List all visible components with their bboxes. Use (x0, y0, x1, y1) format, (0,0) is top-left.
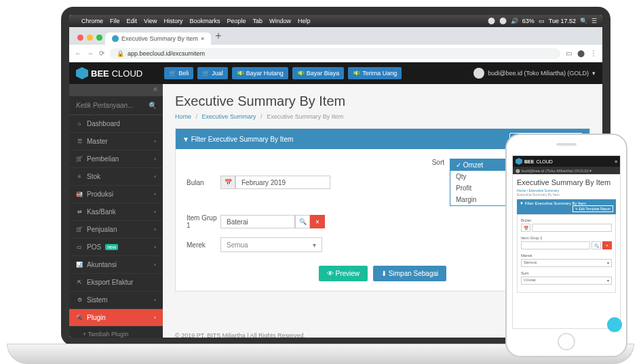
brand-text-1: BEE (91, 68, 109, 79)
mobile-edit-template-button[interactable]: ✎ Edit Template Report (572, 205, 613, 212)
money-icon: 💵 (297, 70, 305, 77)
url-text: app.beecloud.id/excsumitem (128, 50, 205, 57)
sidebar-item-label: POS (87, 243, 101, 251)
menu-icon: ≡ (76, 174, 83, 180)
extension-icon[interactable]: ▭ (566, 49, 572, 57)
sidebar-item-pembelian[interactable]: 🛒Pembelian‹ (69, 150, 163, 168)
sidebar-item-plugin[interactable]: 🔌Plugin‹ (69, 309, 163, 327)
menu-bookmarks[interactable]: Bookmarks (189, 18, 220, 24)
sidebar-item-sistem[interactable]: ⚙Sistem‹ (69, 291, 163, 309)
chevron-right-icon: ‹ (154, 191, 156, 197)
menu-chrome[interactable]: Chrome (81, 18, 103, 24)
search-placeholder: Ketik Pertanyaan... (76, 102, 134, 109)
quick-terima-uang-button[interactable]: 💵Terima Uang (348, 67, 402, 79)
label-item-grup: Item Grup 1 (187, 214, 220, 229)
menu-icon: ⚙ (76, 297, 83, 303)
sidebar-item-dashboard[interactable]: ⌂Dashboard (69, 115, 163, 133)
maximize-icon[interactable] (96, 35, 102, 41)
menu-icon: ⇄ (76, 209, 83, 215)
chat-fab-button[interactable] (607, 317, 621, 329)
quick-jual-button[interactable]: 🛒Jual (197, 67, 228, 79)
chevron-right-icon: ‹ (154, 262, 156, 268)
browser-tab[interactable]: Executive Summary By Item × (105, 33, 211, 45)
sidebar-item-label: Stok (87, 173, 100, 180)
sidebar-toggle[interactable]: ≡ (69, 84, 163, 96)
menu-icon: ⇱ (76, 279, 83, 285)
breadcrumb-exec-summary[interactable]: Executive Summary (202, 113, 256, 120)
menu-tab[interactable]: Tab (252, 18, 263, 24)
sidebar-item-akuntansi[interactable]: 📊Akuntansi‹ (69, 256, 163, 274)
menu-edit[interactable]: Edit (127, 18, 138, 24)
cart-icon: 🛒 (202, 70, 210, 77)
chevron-right-icon: ‹ (154, 297, 156, 303)
back-button[interactable]: ← (75, 49, 81, 57)
save-as-button[interactable]: ⬇ Simpan Sebagai (373, 266, 446, 281)
close-icon[interactable] (77, 35, 83, 41)
sidebar-item-label: Sistem (87, 296, 108, 304)
window-controls[interactable] (75, 35, 105, 45)
bulan-input[interactable]: February 2019 (235, 176, 330, 189)
sidebar-item-label: Produksi (87, 190, 113, 198)
sidebar-item-label: Kas/Bank (87, 208, 116, 216)
sidebar-item-produksi[interactable]: 🏭Produksi‹ (69, 186, 163, 203)
profile-icon[interactable]: ⬤ (577, 49, 585, 57)
mobile-user-bar[interactable]: ⬤ budi@bee.id (Toko Miliartha) (GOLD) ▾ (513, 167, 620, 174)
sidebar-item-stok[interactable]: ≡Stok‹ (69, 168, 163, 186)
preview-button[interactable]: 👁 Preview (319, 266, 368, 281)
menu-file[interactable]: File (110, 18, 120, 24)
menu-history[interactable]: History (163, 18, 182, 24)
menu-icon[interactable]: ☰ (591, 18, 597, 24)
calendar-icon[interactable]: 📅 (521, 224, 530, 232)
menu-dots-icon[interactable]: ⋮ (590, 49, 597, 57)
mobile-label-sort: Sort: (521, 271, 612, 275)
brand-logo[interactable]: BEECLOUD (76, 67, 142, 79)
quick-bayar-biaya-button[interactable]: 💵Bayar Biaya (292, 67, 345, 79)
mobile-merek-select[interactable]: Semua▾ (521, 259, 612, 267)
logo-icon (76, 67, 88, 79)
merek-select[interactable]: Semua ▾ (220, 237, 322, 252)
mobile-item-grup-input[interactable] (521, 241, 590, 249)
menu-people[interactable]: People (227, 18, 246, 24)
search-icon[interactable]: 🔍 (580, 18, 587, 24)
menu-icon: 🏭 (76, 191, 83, 197)
address-bar[interactable]: 🔒 app.beecloud.id/excsumitem (110, 48, 560, 59)
sidebar-item-label: Akuntansi (87, 261, 117, 268)
mobile-bulan-input[interactable] (532, 224, 612, 232)
sidebar-item-penjualan[interactable]: 🛒Penjualan‹ (69, 221, 163, 239)
new-tab-button[interactable]: + (211, 30, 225, 45)
home-button[interactable] (558, 333, 575, 350)
minimize-icon[interactable] (87, 35, 93, 41)
quick-beli-button[interactable]: 🛒Beli (164, 67, 193, 79)
logo-icon (516, 158, 522, 165)
sidebar-item-eksportefaktur[interactable]: ⇱Eksport Efaktur (69, 274, 163, 291)
quick-bayar-hutang-button[interactable]: 💵Bayar Hutang (232, 67, 288, 79)
item-grup-input[interactable]: Baterai (220, 215, 295, 228)
sidebar-search[interactable]: Ketik Pertanyaan... 🔍 (69, 96, 163, 115)
avatar-icon (473, 68, 484, 79)
sidebar-item-label: Pembelian (87, 155, 119, 163)
breadcrumb-home[interactable]: Home (175, 113, 191, 120)
sidebar-sub-tambah-plugin[interactable]: + Tambah Plugin (69, 327, 163, 338)
menu-window[interactable]: Window (269, 18, 291, 24)
mobile-sort-select[interactable]: Omzet▾ (521, 277, 612, 285)
menu-help[interactable]: Help (298, 18, 311, 24)
sidebar-item-kasbank[interactable]: ⇄Kas/Bank‹ (69, 203, 163, 221)
menu-view[interactable]: View (144, 18, 157, 24)
menu-icon[interactable]: ≡ (615, 159, 617, 164)
item-grup-clear-button[interactable]: × (310, 215, 325, 228)
calendar-icon[interactable]: 📅 (220, 176, 235, 189)
item-grup-search-button[interactable]: 🔍 (295, 215, 310, 228)
mobile-search-button[interactable]: 🔍 (591, 241, 601, 249)
mobile-clear-button[interactable]: × (602, 241, 612, 249)
page-title: Executive Summary By Item (175, 94, 590, 109)
reload-button[interactable]: ⟳ (99, 49, 104, 57)
sidebar-item-pos[interactable]: ▭POSnew‹ (69, 239, 163, 256)
chevron-right-icon: ‹ (154, 138, 156, 144)
close-tab-icon[interactable]: × (201, 35, 204, 42)
chevron-down-icon: ▾ (313, 241, 316, 249)
sidebar-item-master[interactable]: ☰Master‹ (69, 133, 163, 150)
menu-icon: 📊 (76, 262, 83, 268)
user-menu[interactable]: budi@bee.id (Toko Miliartha) (GOLD) ▾ (473, 68, 596, 79)
forward-button[interactable]: → (87, 49, 94, 57)
breadcrumb-current: Executive Summary By Item (267, 113, 343, 120)
